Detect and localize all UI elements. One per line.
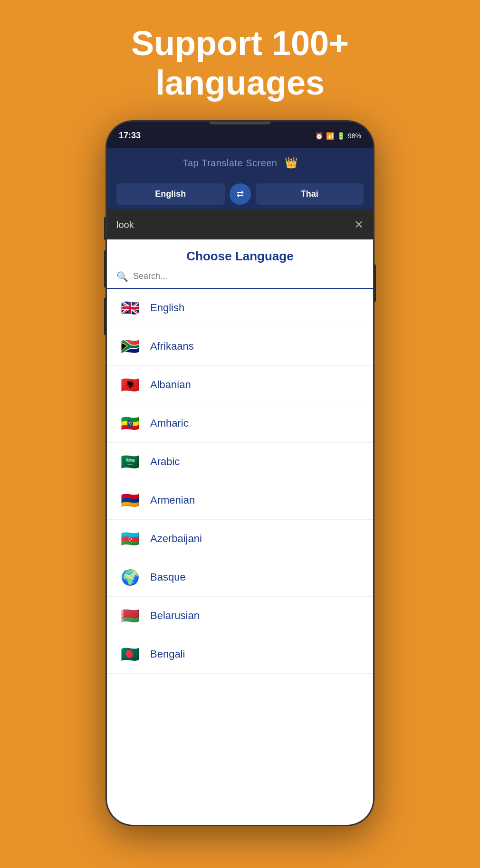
status-icons: ⏰ 📶 🔋 98%	[315, 132, 361, 140]
source-language-button[interactable]: English	[116, 183, 225, 205]
swap-icon: ⇄	[237, 189, 244, 199]
language-list: 🇬🇧English🇿🇦Afrikaans🇦🇱Albanian🇪🇹Amharic🇸…	[107, 289, 373, 674]
phone-button-power	[373, 264, 376, 302]
wifi-icon: 📶	[326, 132, 334, 140]
list-item[interactable]: 🇪🇹Amharic	[107, 404, 373, 443]
sheet-search-icon: 🔍	[116, 271, 128, 282]
headline-line1: Support 100+	[131, 24, 349, 62]
close-search-icon[interactable]: ✕	[354, 218, 364, 231]
app-title: Tap Translate Screen	[183, 158, 278, 169]
list-item[interactable]: 🇧🇩Bengali	[107, 635, 373, 674]
language-name: Belarusian	[150, 610, 200, 622]
flag-icon: 🌍	[119, 566, 142, 589]
phone-notch	[209, 122, 271, 124]
language-name: Bengali	[150, 648, 185, 660]
language-name: Albanian	[150, 379, 191, 391]
language-selector-row: English ⇄ Thai	[107, 179, 373, 210]
phone-frame: 17:33 ⏰ 📶 🔋 98% Tap Translate Screen 👑 E…	[107, 122, 373, 825]
flag-icon: 🇸🇦	[119, 450, 142, 473]
language-name: Amharic	[150, 417, 189, 429]
search-bar: look ✕	[107, 210, 373, 240]
flag-icon: 🇪🇹	[119, 412, 142, 435]
flag-icon: 🇧🇩	[119, 643, 142, 666]
language-name: Arabic	[150, 456, 180, 468]
language-name: Armenian	[150, 494, 195, 506]
status-time: 17:33	[119, 131, 141, 141]
language-name: Basque	[150, 571, 186, 583]
list-item[interactable]: 🇿🇦Afrikaans	[107, 327, 373, 366]
list-item[interactable]: 🌍Basque	[107, 558, 373, 597]
flag-icon: 🇬🇧	[119, 296, 142, 319]
flag-icon: 🇦🇿	[119, 527, 142, 550]
list-item[interactable]: 🇬🇧English	[107, 289, 373, 327]
search-text: look	[116, 219, 134, 230]
phone-mockup: 17:33 ⏰ 📶 🔋 98% Tap Translate Screen 👑 E…	[107, 122, 373, 825]
language-name: Azerbaijani	[150, 533, 202, 545]
battery-icon: 🔋	[337, 132, 345, 140]
target-language-button[interactable]: Thai	[256, 183, 364, 205]
language-sheet: Choose Language 🔍 🇬🇧English🇿🇦Afrikaans🇦🇱…	[107, 239, 373, 825]
list-item[interactable]: 🇦🇿Azerbaijani	[107, 520, 373, 558]
battery-percent: 98%	[348, 132, 361, 140]
status-bar: 17:33 ⏰ 📶 🔋 98%	[107, 126, 373, 145]
headline-line2: languages	[155, 64, 325, 102]
list-item[interactable]: 🇸🇦Arabic	[107, 443, 373, 481]
language-name: English	[150, 302, 184, 314]
swap-languages-button[interactable]: ⇄	[230, 183, 251, 205]
sheet-search-bar: 🔍	[107, 271, 373, 289]
alarm-icon: ⏰	[315, 132, 323, 140]
flag-icon: 🇧🇾	[119, 604, 142, 627]
list-item[interactable]: 🇦🇱Albanian	[107, 366, 373, 404]
list-item[interactable]: 🇧🇾Belarusian	[107, 597, 373, 635]
flag-icon: 🇦🇲	[119, 489, 142, 512]
flag-icon: 🇦🇱	[119, 373, 142, 396]
flag-icon: 🇿🇦	[119, 335, 142, 358]
app-header: Tap Translate Screen 👑	[107, 148, 373, 179]
headline: Support 100+ languages	[50, 24, 430, 103]
sheet-title: Choose Language	[107, 239, 373, 271]
sheet-search-input[interactable]	[133, 271, 364, 281]
list-item[interactable]: 🇦🇲Armenian	[107, 481, 373, 520]
crown-icon: 👑	[285, 157, 298, 169]
language-name: Afrikaans	[150, 340, 194, 353]
